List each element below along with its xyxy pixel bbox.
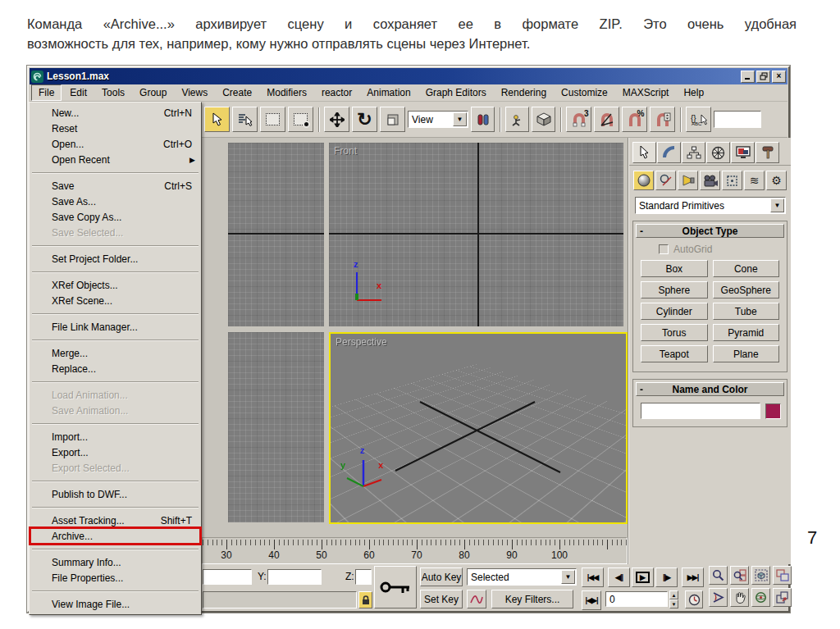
- min-max-toggle-button[interactable]: [773, 588, 792, 607]
- rectangular-selection-button[interactable]: [260, 107, 285, 132]
- file-menu-item-new[interactable]: New...Ctrl+N: [30, 105, 200, 121]
- collapse-icon[interactable]: -: [640, 384, 643, 395]
- file-menu-item-xref-objects[interactable]: XRef Objects...: [30, 277, 200, 293]
- teapot-button[interactable]: Teapot: [641, 345, 708, 362]
- shapes-icon[interactable]: [655, 171, 676, 190]
- file-menu-item-reset[interactable]: Reset: [30, 121, 200, 136]
- previous-frame-button[interactable]: ◀||: [608, 567, 630, 587]
- menu-group[interactable]: Group: [133, 85, 173, 100]
- frame-spinner[interactable]: ▲ ▼: [669, 590, 678, 608]
- object-color-swatch[interactable]: [765, 403, 781, 419]
- file-menu-item-save[interactable]: SaveCtrl+S: [30, 178, 200, 194]
- cone-button[interactable]: Cone: [713, 260, 780, 277]
- key-filters-button[interactable]: Key Filters...: [491, 590, 573, 608]
- named-selection-sets-button[interactable]: {}ABC: [686, 107, 711, 132]
- go-to-end-button[interactable]: ▶▶|: [682, 567, 704, 587]
- angle-snap-button[interactable]: [594, 107, 619, 132]
- file-menu-item-xref-scene[interactable]: XRef Scene...: [30, 293, 200, 308]
- file-menu-item-view-image-file[interactable]: View Image File...: [30, 596, 200, 612]
- systems-icon[interactable]: ⚙: [766, 171, 787, 190]
- menu-help[interactable]: Help: [677, 85, 710, 100]
- viewport-top[interactable]: [228, 143, 324, 326]
- file-menu-item-summary-info[interactable]: Summary Info...: [30, 554, 200, 570]
- zoom-extents-button[interactable]: [751, 566, 770, 585]
- zoom-all-button[interactable]: [730, 566, 749, 585]
- select-object-button[interactable]: [204, 107, 230, 132]
- file-menu-item-open[interactable]: Open...Ctrl+O: [30, 136, 200, 152]
- keyboard-override-button[interactable]: [532, 107, 555, 132]
- snap-toggle-button[interactable]: 3: [566, 107, 591, 132]
- geometry-icon[interactable]: [633, 171, 654, 190]
- lights-icon[interactable]: [678, 171, 698, 190]
- menu-modifiers[interactable]: Modifiers: [260, 85, 313, 100]
- current-frame-field[interactable]: 0: [605, 591, 668, 607]
- autogrid-checkbox[interactable]: [659, 244, 669, 254]
- pyramid-button[interactable]: Pyramid: [713, 324, 780, 341]
- go-to-start-button[interactable]: |◀◀: [582, 567, 604, 587]
- set-key-button[interactable]: Set Key: [420, 590, 463, 608]
- menu-maxscript[interactable]: MAXScript: [616, 85, 676, 100]
- file-menu-item-file-properties[interactable]: File Properties...: [30, 570, 200, 586]
- select-scale-button[interactable]: [380, 107, 405, 132]
- minimize-button[interactable]: [741, 71, 755, 83]
- field-of-view-button[interactable]: [709, 588, 728, 607]
- use-center-button[interactable]: [471, 107, 495, 132]
- name-color-header[interactable]: - Name and Color: [636, 382, 784, 396]
- helpers-icon[interactable]: [722, 171, 742, 190]
- menu-create[interactable]: Create: [216, 85, 258, 100]
- title-bar[interactable]: Lesson1.max ×: [30, 68, 788, 84]
- arc-rotate-button[interactable]: [751, 588, 770, 607]
- zoom-button[interactable]: [709, 566, 728, 585]
- file-menu-item-publish-to-dwf[interactable]: Publish to DWF...: [30, 486, 200, 502]
- menu-rendering[interactable]: Rendering: [495, 85, 553, 100]
- named-selection-field[interactable]: [714, 111, 761, 128]
- display-tab[interactable]: [731, 142, 755, 163]
- zoom-extents-all-button[interactable]: [773, 566, 792, 585]
- file-menu-item-asset-tracking[interactable]: Asset Tracking...Shift+T: [30, 513, 200, 528]
- file-menu-item-save-as[interactable]: Save As...: [30, 194, 200, 209]
- file-menu-item-archive[interactable]: Archive...: [30, 528, 200, 544]
- spinner-down-icon[interactable]: ▼: [669, 599, 678, 608]
- menu-edit[interactable]: Edit: [63, 85, 94, 100]
- utilities-tab[interactable]: [756, 142, 779, 163]
- file-menu-item-replace[interactable]: Replace...: [30, 361, 200, 376]
- space-warps-icon[interactable]: ≋: [744, 171, 765, 190]
- motion-tab[interactable]: [706, 142, 730, 163]
- set-keys-button[interactable]: [374, 566, 417, 608]
- menu-animation[interactable]: Animation: [360, 85, 417, 100]
- cameras-icon[interactable]: [700, 171, 720, 190]
- menu-file[interactable]: File: [31, 84, 62, 101]
- viewport-front[interactable]: Front z x: [329, 143, 623, 326]
- z-coordinate-field[interactable]: [355, 569, 372, 585]
- lock-selection-toggle[interactable]: [358, 591, 372, 608]
- modify-tab[interactable]: [657, 142, 681, 163]
- menu-views[interactable]: Views: [175, 85, 214, 100]
- ref-coord-dropdown[interactable]: View ▼: [408, 111, 468, 128]
- collapse-icon[interactable]: -: [640, 226, 643, 237]
- menu-graph-editors[interactable]: Graph Editors: [419, 85, 493, 100]
- menu-customize[interactable]: Customize: [555, 85, 614, 100]
- cylinder-button[interactable]: Cylinder: [641, 303, 708, 320]
- pan-button[interactable]: [730, 588, 749, 607]
- torus-button[interactable]: Torus: [641, 324, 708, 341]
- file-menu-item-export[interactable]: Export...: [30, 444, 200, 460]
- window-crossing-button[interactable]: [288, 107, 313, 132]
- y-coordinate-field[interactable]: [267, 569, 322, 585]
- spinner-snap-button[interactable]: [650, 107, 675, 132]
- file-menu-item-import[interactable]: Import...: [30, 429, 200, 444]
- file-menu-item-open-recent[interactable]: Open Recent▶: [30, 152, 200, 167]
- percent-snap-button[interactable]: %: [622, 107, 647, 132]
- chevron-down-icon[interactable]: ▼: [770, 198, 784, 212]
- chevron-down-icon[interactable]: ▼: [453, 112, 467, 126]
- auto-key-button[interactable]: Auto Key: [420, 567, 463, 586]
- selection-set-dropdown[interactable]: Selected ▼: [467, 568, 577, 586]
- file-menu-item-file-link-manager[interactable]: File Link Manager...: [30, 319, 200, 335]
- box-button[interactable]: Box: [641, 260, 708, 277]
- select-rotate-button[interactable]: ↻: [352, 107, 377, 132]
- geosphere-button[interactable]: GeoSphere: [713, 281, 780, 299]
- create-tab[interactable]: [632, 142, 656, 163]
- file-menu-item-merge[interactable]: Merge...: [30, 345, 200, 361]
- select-move-button[interactable]: [324, 107, 349, 132]
- key-mode-toggle[interactable]: |◀▶|: [582, 590, 601, 610]
- select-manipulate-button[interactable]: [505, 107, 529, 132]
